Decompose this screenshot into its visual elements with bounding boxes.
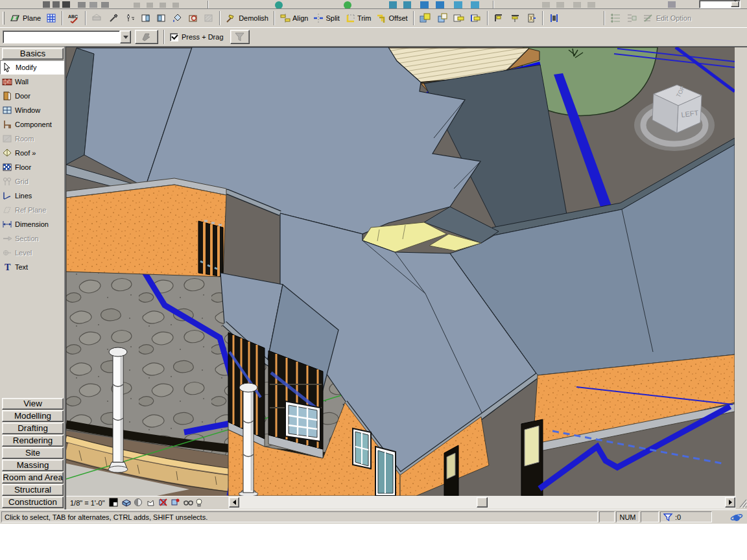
dimension-icon (2, 219, 12, 229)
door-tool-b-button[interactable] (154, 10, 169, 26)
group-link-icon (453, 13, 465, 23)
package-button[interactable] (185, 10, 201, 26)
revit-application-window: Plane ABC Demolish Align Split (0, 0, 747, 524)
text-icon: T (2, 262, 12, 272)
list-add-button (624, 10, 640, 26)
door-tool-a-button[interactable] (138, 10, 154, 26)
align-icon (280, 13, 290, 23)
design-bar-item-section: Section (0, 231, 64, 246)
component-icon (2, 119, 12, 130)
top-toolbar-combobox[interactable] (699, 0, 741, 8)
group-exclude-button[interactable] (468, 10, 484, 26)
design-bar-item-label: Room (15, 135, 34, 143)
resize-grip[interactable] (736, 496, 747, 509)
design-bar-item-label: Level (15, 249, 32, 257)
type-selector-dropdown-button[interactable] (120, 30, 131, 43)
spelling-button[interactable]: ABC (65, 10, 82, 26)
design-tab-view[interactable]: View (2, 398, 64, 410)
trim-label: Trim (357, 14, 372, 22)
group-link-button[interactable] (451, 10, 468, 26)
group-detach-button[interactable] (434, 10, 451, 26)
design-tab-modelling[interactable]: Modelling (2, 410, 64, 422)
design-bar-item-dimension[interactable]: Dimension (0, 217, 64, 231)
horizontal-scrollbar[interactable] (228, 496, 736, 509)
design-tab-basics[interactable]: Basics (2, 48, 64, 60)
trim-button[interactable]: Trim (342, 10, 374, 26)
design-bar-item-window[interactable]: Window (0, 103, 64, 117)
design-bar-item-wall[interactable]: Wall (0, 75, 64, 89)
reveal-hidden-icon[interactable] (183, 498, 193, 508)
package-icon (188, 13, 198, 23)
press-drag-checkbox[interactable] (170, 33, 178, 41)
section-icon (2, 233, 12, 244)
split-button[interactable]: Split (311, 10, 342, 26)
design-tab-site[interactable]: Site (2, 447, 64, 459)
design-tab-structural[interactable]: Structural (2, 484, 64, 496)
detail-level-icon[interactable] (109, 498, 119, 508)
paint-button[interactable] (169, 10, 185, 26)
eyedropper-icon (108, 13, 119, 23)
selection-filter-button[interactable] (230, 30, 250, 44)
pin-frame-button[interactable] (523, 10, 540, 26)
design-bar-item-floor[interactable]: Floor (0, 160, 64, 174)
type-selector-combobox[interactable] (3, 30, 131, 43)
design-bar-item-text[interactable]: TText (0, 260, 64, 274)
design-tab-construction[interactable]: Construction (2, 496, 64, 508)
floor-icon (2, 162, 12, 172)
hatch-icon (204, 13, 214, 23)
view-scale-label[interactable]: 1/8" = 1'-0" (70, 499, 105, 507)
properties-icon (140, 32, 153, 42)
top-combobox-dropdown-button[interactable] (731, 1, 739, 7)
mirror-frame-icon (549, 13, 560, 23)
design-tab-drafting[interactable]: Drafting (2, 423, 64, 434)
toolbar-standard-icon-fragments (0, 0, 747, 9)
design-bar-item-component[interactable]: Component (0, 117, 64, 132)
horizontal-scroll-thumb[interactable] (477, 497, 488, 508)
paint-dropper-button[interactable] (121, 10, 138, 26)
pin-corner-icon (493, 13, 504, 23)
grid-icon (2, 176, 12, 187)
filter-count: :0 (675, 513, 681, 521)
mirror-frame-button[interactable] (546, 10, 562, 26)
design-tab-rendering[interactable]: Rendering (2, 435, 64, 447)
scroll-right-button[interactable] (725, 497, 735, 508)
match-button[interactable] (106, 10, 121, 26)
align-button[interactable]: Align (278, 10, 311, 26)
3d-view-scene: TOP LEFT (66, 47, 735, 496)
communication-center-icon[interactable] (730, 512, 743, 522)
paint-dropper-icon (124, 13, 136, 23)
status-panel-empty-1 (599, 511, 615, 522)
group-create-button[interactable] (417, 10, 434, 26)
design-bar-item-label: Grid (15, 178, 29, 185)
left-wall-windows[interactable] (198, 221, 223, 277)
temporary-hide-icon[interactable] (171, 498, 181, 508)
bay-white-window[interactable] (285, 401, 320, 441)
design-bar-tabs: ViewModellingDraftingRenderingSiteMassin… (0, 398, 64, 509)
grid-tool-button[interactable] (43, 10, 59, 26)
design-tab-massing[interactable]: Massing (2, 460, 64, 471)
pin-corner-button[interactable] (491, 10, 507, 26)
design-bar-item-lines[interactable]: Lines (0, 189, 64, 203)
split-icon (313, 13, 324, 23)
hide-isolate-icon[interactable] (158, 498, 169, 508)
toolbar-grip[interactable] (3, 12, 5, 25)
offset-button[interactable]: Offset (374, 10, 410, 26)
type-selector-value[interactable] (3, 30, 120, 43)
shadows-icon[interactable] (134, 498, 144, 508)
pin-row-button[interactable] (507, 10, 523, 26)
properties-button[interactable] (135, 30, 158, 44)
model-graphics-style-icon[interactable] (121, 498, 132, 508)
design-bar-item-refplane: Ref Plane (0, 203, 64, 217)
design-bar-item-modify[interactable]: Modify (0, 60, 64, 75)
design-bar-item-roof[interactable]: Roof » (0, 146, 64, 160)
scroll-left-button[interactable] (229, 497, 239, 508)
selection-filter-status[interactable]: :0 (660, 511, 712, 522)
crop-region-icon[interactable] (146, 498, 156, 508)
lightbulb-icon[interactable] (195, 498, 206, 508)
demolish-button[interactable]: Demolish (223, 10, 271, 26)
design-bar-item-label: Text (15, 263, 28, 271)
drawing-canvas[interactable]: TOP LEFT (66, 47, 735, 496)
work-plane-button[interactable]: Plane (7, 10, 43, 26)
design-tab-room-and-area[interactable]: Room and Area (2, 472, 64, 484)
design-bar-item-door[interactable]: Door (0, 89, 64, 103)
